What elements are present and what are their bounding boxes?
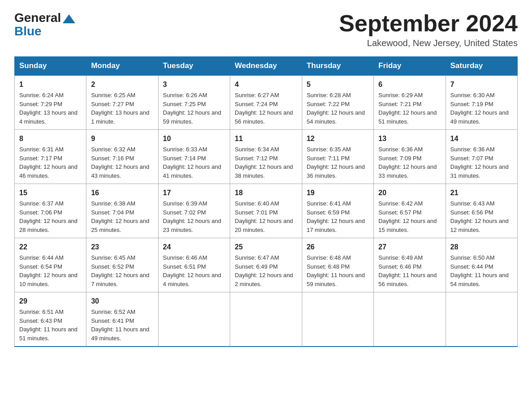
- weekday-header-wednesday: Wednesday: [230, 57, 302, 76]
- day-number: 28: [450, 242, 513, 253]
- calendar-day-cell: 3 Sunrise: 6:26 AMSunset: 7:25 PMDayligh…: [158, 75, 230, 130]
- calendar-day-cell: [158, 292, 230, 347]
- calendar-day-cell: 5 Sunrise: 6:28 AMSunset: 7:22 PMDayligh…: [302, 75, 373, 130]
- calendar-day-cell: 20 Sunrise: 6:42 AMSunset: 6:57 PMDaylig…: [374, 184, 446, 238]
- day-info: Sunrise: 6:25 AMSunset: 7:27 PMDaylight:…: [91, 92, 149, 125]
- calendar-day-cell: 19 Sunrise: 6:41 AMSunset: 6:59 PMDaylig…: [302, 184, 373, 238]
- title-section: September 2024 Lakewood, New Jersey, Uni…: [339, 11, 518, 48]
- calendar-day-cell: 23 Sunrise: 6:45 AMSunset: 6:52 PMDaylig…: [86, 238, 158, 292]
- calendar-day-cell: 12 Sunrise: 6:35 AMSunset: 7:11 PMDaylig…: [302, 130, 373, 184]
- day-number: 21: [450, 188, 513, 198]
- calendar-day-cell: 2 Sunrise: 6:25 AMSunset: 7:27 PMDayligh…: [86, 75, 158, 130]
- logo-triangle-icon: [63, 14, 75, 23]
- day-info: Sunrise: 6:49 AMSunset: 6:46 PMDaylight:…: [378, 254, 437, 287]
- day-info: Sunrise: 6:46 AMSunset: 6:51 PMDaylight:…: [163, 254, 221, 287]
- day-number: 20: [378, 188, 441, 198]
- calendar-day-cell: 27 Sunrise: 6:49 AMSunset: 6:46 PMDaylig…: [374, 238, 446, 292]
- month-title: September 2024: [339, 11, 518, 36]
- day-number: 8: [19, 133, 82, 144]
- calendar-week-row: 22 Sunrise: 6:44 AMSunset: 6:54 PMDaylig…: [15, 238, 518, 292]
- calendar-week-row: 1 Sunrise: 6:24 AMSunset: 7:29 PMDayligh…: [15, 75, 518, 130]
- day-number: 4: [235, 79, 297, 90]
- weekday-header-thursday: Thursday: [302, 57, 373, 76]
- day-info: Sunrise: 6:38 AMSunset: 7:04 PMDaylight:…: [91, 200, 149, 233]
- day-number: 19: [307, 188, 369, 198]
- day-number: 17: [163, 188, 225, 198]
- day-number: 23: [91, 242, 153, 253]
- calendar-day-cell: 7 Sunrise: 6:30 AMSunset: 7:19 PMDayligh…: [446, 75, 517, 130]
- calendar-day-cell: 9 Sunrise: 6:32 AMSunset: 7:16 PMDayligh…: [86, 130, 158, 184]
- day-info: Sunrise: 6:36 AMSunset: 7:07 PMDaylight:…: [450, 146, 509, 179]
- calendar-day-cell: 8 Sunrise: 6:31 AMSunset: 7:17 PMDayligh…: [15, 130, 86, 184]
- day-info: Sunrise: 6:43 AMSunset: 6:56 PMDaylight:…: [450, 200, 509, 233]
- day-info: Sunrise: 6:39 AMSunset: 7:02 PMDaylight:…: [163, 200, 221, 233]
- calendar-day-cell: 29 Sunrise: 6:51 AMSunset: 6:43 PMDaylig…: [15, 292, 86, 347]
- day-number: 9: [91, 133, 153, 144]
- day-number: 13: [378, 133, 441, 144]
- calendar-week-row: 15 Sunrise: 6:37 AMSunset: 7:06 PMDaylig…: [15, 184, 518, 238]
- day-info: Sunrise: 6:51 AMSunset: 6:43 PMDaylight:…: [19, 308, 77, 342]
- calendar-day-cell: 30 Sunrise: 6:52 AMSunset: 6:41 PMDaylig…: [86, 292, 158, 347]
- day-info: Sunrise: 6:52 AMSunset: 6:41 PMDaylight:…: [91, 308, 149, 342]
- calendar-day-cell: 10 Sunrise: 6:33 AMSunset: 7:14 PMDaylig…: [158, 130, 230, 184]
- day-info: Sunrise: 6:32 AMSunset: 7:16 PMDaylight:…: [91, 146, 149, 179]
- day-number: 22: [19, 242, 82, 253]
- calendar-day-cell: 25 Sunrise: 6:47 AMSunset: 6:49 PMDaylig…: [230, 238, 302, 292]
- calendar-day-cell: 16 Sunrise: 6:38 AMSunset: 7:04 PMDaylig…: [86, 184, 158, 238]
- calendar-day-cell: 17 Sunrise: 6:39 AMSunset: 7:02 PMDaylig…: [158, 184, 230, 238]
- weekday-header-monday: Monday: [86, 57, 158, 76]
- day-info: Sunrise: 6:40 AMSunset: 7:01 PMDaylight:…: [235, 200, 293, 233]
- calendar-day-cell: [230, 292, 302, 347]
- day-info: Sunrise: 6:34 AMSunset: 7:12 PMDaylight:…: [235, 146, 293, 179]
- day-number: 18: [235, 188, 297, 198]
- calendar-week-row: 29 Sunrise: 6:51 AMSunset: 6:43 PMDaylig…: [15, 292, 518, 347]
- day-number: 24: [163, 242, 225, 253]
- day-info: Sunrise: 6:24 AMSunset: 7:29 PMDaylight:…: [19, 92, 77, 125]
- day-number: 1: [19, 79, 82, 90]
- day-info: Sunrise: 6:36 AMSunset: 7:09 PMDaylight:…: [378, 146, 437, 179]
- calendar-day-cell: 26 Sunrise: 6:48 AMSunset: 6:48 PMDaylig…: [302, 238, 373, 292]
- day-info: Sunrise: 6:48 AMSunset: 6:48 PMDaylight:…: [307, 254, 365, 287]
- day-number: 10: [163, 133, 225, 144]
- calendar-day-cell: 4 Sunrise: 6:27 AMSunset: 7:24 PMDayligh…: [230, 75, 302, 130]
- day-info: Sunrise: 6:31 AMSunset: 7:17 PMDaylight:…: [19, 146, 77, 179]
- day-number: 12: [307, 133, 369, 144]
- calendar-day-cell: [446, 292, 517, 347]
- day-info: Sunrise: 6:41 AMSunset: 6:59 PMDaylight:…: [307, 200, 365, 233]
- page-header: General Blue September 2024 Lakewood, Ne…: [14, 11, 518, 48]
- weekday-header-tuesday: Tuesday: [158, 57, 230, 76]
- calendar-day-cell: 28 Sunrise: 6:50 AMSunset: 6:44 PMDaylig…: [446, 238, 517, 292]
- logo: General Blue: [14, 11, 75, 39]
- day-number: 7: [450, 79, 513, 90]
- calendar-day-cell: [302, 292, 373, 347]
- day-info: Sunrise: 6:29 AMSunset: 7:21 PMDaylight:…: [378, 92, 437, 125]
- day-info: Sunrise: 6:30 AMSunset: 7:19 PMDaylight:…: [450, 92, 509, 125]
- day-number: 6: [378, 79, 441, 90]
- day-number: 29: [19, 296, 82, 307]
- day-number: 25: [235, 242, 297, 253]
- day-info: Sunrise: 6:35 AMSunset: 7:11 PMDaylight:…: [307, 146, 365, 179]
- day-info: Sunrise: 6:45 AMSunset: 6:52 PMDaylight:…: [91, 254, 149, 287]
- location-text: Lakewood, New Jersey, United States: [339, 38, 518, 48]
- calendar-day-cell: [374, 292, 446, 347]
- calendar-day-cell: 6 Sunrise: 6:29 AMSunset: 7:21 PMDayligh…: [374, 75, 446, 130]
- calendar-day-cell: 1 Sunrise: 6:24 AMSunset: 7:29 PMDayligh…: [15, 75, 86, 130]
- day-number: 5: [307, 79, 369, 90]
- day-number: 2: [91, 79, 153, 90]
- calendar-table: SundayMondayTuesdayWednesdayThursdayFrid…: [14, 56, 518, 347]
- day-info: Sunrise: 6:42 AMSunset: 6:57 PMDaylight:…: [378, 200, 437, 233]
- logo-blue-text: Blue: [14, 24, 42, 39]
- weekday-header-sunday: Sunday: [15, 57, 86, 76]
- day-number: 30: [91, 296, 153, 307]
- day-info: Sunrise: 6:44 AMSunset: 6:54 PMDaylight:…: [19, 254, 77, 287]
- calendar-day-cell: 14 Sunrise: 6:36 AMSunset: 7:07 PMDaylig…: [446, 130, 517, 184]
- calendar-day-cell: 11 Sunrise: 6:34 AMSunset: 7:12 PMDaylig…: [230, 130, 302, 184]
- day-number: 16: [91, 188, 153, 198]
- weekday-header-friday: Friday: [374, 57, 446, 76]
- calendar-day-cell: 21 Sunrise: 6:43 AMSunset: 6:56 PMDaylig…: [446, 184, 517, 238]
- calendar-day-cell: 13 Sunrise: 6:36 AMSunset: 7:09 PMDaylig…: [374, 130, 446, 184]
- day-info: Sunrise: 6:47 AMSunset: 6:49 PMDaylight:…: [235, 254, 293, 287]
- day-info: Sunrise: 6:28 AMSunset: 7:22 PMDaylight:…: [307, 92, 365, 125]
- day-number: 27: [378, 242, 441, 253]
- day-number: 3: [163, 79, 225, 90]
